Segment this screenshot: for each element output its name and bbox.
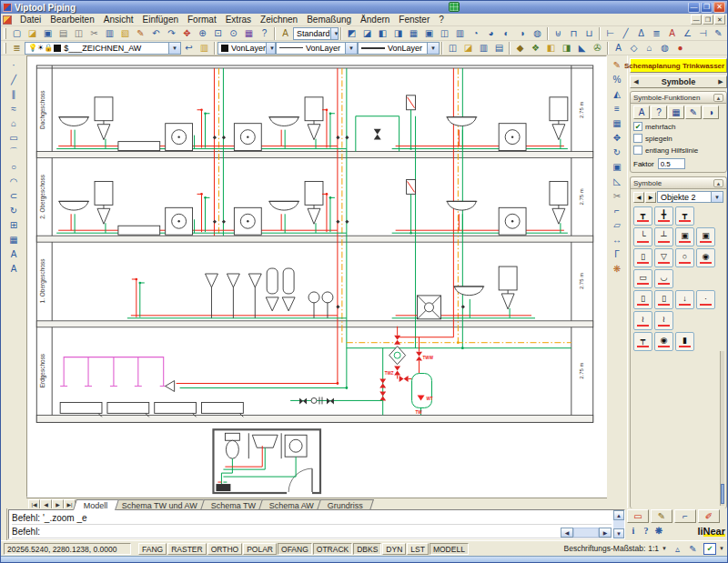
dim-aligned-icon[interactable]: ╱ [618, 26, 633, 40]
menu-item-fenster[interactable]: Fenster [394, 15, 434, 25]
objekte-combo[interactable]: Objekte 2 ▼ [657, 191, 723, 203]
symbol-sink-button[interactable]: ◡ [654, 269, 673, 288]
text-icon[interactable]: A [6, 246, 22, 261]
scroll-up-icon[interactable]: ▲ [613, 510, 624, 520]
symbol-heater-button[interactable]: ▯ [633, 290, 652, 309]
symbol-urinal-button[interactable]: ▽ [654, 248, 673, 267]
rectangle-icon[interactable]: ▭ [6, 130, 22, 145]
symbol-drop-button[interactable]: ↓ [675, 290, 694, 309]
dropdown-arrow-icon[interactable]: ▼ [168, 43, 180, 54]
nav-left-icon[interactable]: ◀ [631, 78, 642, 85]
save-icon[interactable]: ▣ [40, 26, 56, 40]
layer-states-icon[interactable]: ▥ [197, 41, 212, 55]
scroll-right-icon[interactable]: ▶ [599, 528, 612, 538]
parallel-lines-icon[interactable]: ∥ [6, 86, 22, 101]
layer-combo[interactable]: 💡☀🔒 $___ZEICHNEN_AW ▼ [25, 42, 181, 55]
offset-icon[interactable]: ≡ [610, 101, 625, 116]
close-button[interactable]: ✕ [713, 2, 725, 13]
landscape-icon[interactable]: ✇ [590, 41, 605, 55]
panel-scrollbar[interactable] [720, 351, 724, 506]
chamfer-icon[interactable]: Γ [610, 246, 625, 261]
paste-icon[interactable]: ▧ [117, 26, 133, 40]
view-iso-icon[interactable]: ◫ [437, 26, 452, 40]
scheme-planning-button[interactable]: Schemaplanung Trinkwasser ▼ [630, 58, 727, 73]
pan-icon[interactable]: ✥ [179, 26, 195, 40]
faktor-input[interactable] [658, 158, 685, 169]
symbol-pump-button[interactable]: ◉ [654, 332, 673, 351]
view-front-icon[interactable]: ▦ [406, 26, 421, 40]
menu-item-bema-ung[interactable]: Bemaßung [302, 15, 356, 25]
sketch-icon[interactable]: ✎ [133, 26, 148, 40]
stretch-icon[interactable]: ◺ [610, 174, 625, 188]
redline-edit-button[interactable]: ✎ [651, 509, 672, 523]
status-toggle-otrack[interactable]: OTRACK [313, 543, 352, 555]
orbit-se-icon[interactable]: ◕ [483, 26, 499, 40]
orbit-sw-icon[interactable]: ◔ [468, 26, 483, 40]
menu-item-ansicht[interactable]: Ansicht [99, 15, 138, 25]
dropdown-arrow-icon[interactable]: ▼ [345, 43, 357, 54]
info-button[interactable]: i [627, 525, 640, 537]
symbol-select-icon[interactable]: ? [651, 106, 667, 119]
print-preview-icon[interactable]: ◫ [71, 26, 86, 40]
polyline-icon[interactable]: ≈ [6, 101, 22, 116]
globe-icon[interactable]: ● [672, 41, 688, 55]
symbol-tap-button[interactable]: ┳ [633, 206, 652, 226]
spline-icon[interactable]: ◠ [6, 174, 22, 188]
fillet-icon[interactable]: ❋ [610, 261, 625, 276]
symbol-point-button[interactable]: · [696, 290, 715, 309]
point-icon[interactable]: · [6, 57, 22, 72]
wedge-icon[interactable]: ◇ [626, 41, 642, 55]
print-icon[interactable]: ▤ [56, 26, 71, 40]
orbit-ne-icon[interactable]: ◐ [499, 26, 514, 40]
checkbox-mehrfach[interactable]: ✔ mehrfach [633, 122, 723, 131]
break-icon[interactable]: ▱ [610, 217, 625, 232]
collapse-icon[interactable]: ▲ [713, 179, 723, 187]
mdi-restore-button[interactable]: ❐ [703, 15, 713, 25]
menu-item-bearbeiten[interactable]: Bearbeiten [46, 15, 98, 25]
view-box-icon[interactable]: ▥ [452, 26, 468, 40]
view-left-icon[interactable]: ◧ [375, 26, 390, 40]
dim-edit-icon[interactable]: ⊣ [695, 26, 711, 40]
sphere-icon[interactable]: ◍ [657, 41, 672, 55]
mdi-close-button[interactable]: ✕ [714, 15, 725, 25]
symbol-boiler-button[interactable]: ◉ [696, 248, 715, 267]
zoom-previous-icon[interactable]: ⊙ [226, 26, 241, 40]
menu-item-item[interactable]: ? [434, 15, 449, 25]
status-toggle-lst[interactable]: LST [407, 543, 429, 555]
symbol-hydrant-button[interactable]: ┯ [633, 332, 652, 351]
undo-icon[interactable]: ↶ [148, 26, 164, 40]
symbol-heater-button[interactable]: ▯ [654, 290, 673, 309]
copy-object-icon[interactable]: % [610, 72, 625, 86]
help-question-button[interactable]: ? [640, 525, 652, 537]
tray-status-icon[interactable]: ✔ [703, 543, 716, 555]
objekte-next-button[interactable]: ▶ [645, 192, 656, 203]
toolbar-grip[interactable] [4, 28, 6, 39]
arc-icon[interactable]: ⌒ [6, 145, 22, 159]
match-properties-icon[interactable]: A [278, 26, 293, 40]
checkbox-icon[interactable] [633, 146, 642, 155]
orbit-free-icon[interactable]: ◍ [530, 26, 545, 40]
checkbox-icon[interactable] [633, 134, 642, 143]
symbol-shower-button[interactable]: ┴ [654, 227, 673, 246]
layer-freeze-icon[interactable]: ▥ [476, 41, 491, 55]
tab-modell[interactable]: Modell [73, 499, 118, 510]
mtext-icon[interactable]: A [6, 261, 22, 276]
drawing-canvas[interactable]: Dachgeschoss 2. Obergeschoss 1. Obergesc… [26, 55, 607, 498]
background-icon[interactable]: ◣ [574, 41, 590, 55]
symbol-mirror-icon[interactable]: ◑ [703, 106, 719, 119]
symbol-draw-icon[interactable]: ✎ [685, 106, 702, 119]
layer-previous-icon[interactable]: ↩ [181, 41, 197, 55]
status-toggle-dbks[interactable]: DBKS [353, 543, 381, 555]
dim-linear-icon[interactable]: ⊢ [602, 26, 618, 40]
symbol-tap-button[interactable]: ┳ [675, 206, 694, 226]
view-right-icon[interactable]: ◨ [390, 26, 406, 40]
light-icon[interactable]: ◧ [543, 41, 559, 55]
checkbox-spiegeln[interactable]: spiegeln [633, 134, 723, 143]
line-icon[interactable]: ╱ [6, 72, 22, 86]
view-top-icon[interactable]: ◩ [344, 26, 359, 40]
checkbox-entlang-hilfslinie[interactable]: entlang Hilfslinie [633, 146, 723, 155]
linetype-combo[interactable]: VonLayer ▼ [276, 42, 358, 55]
command-hscrollbar[interactable]: ◀ ▶ [561, 528, 612, 538]
scroll-left-icon[interactable]: ◀ [561, 528, 573, 538]
minimize-button[interactable]: — [688, 2, 700, 13]
